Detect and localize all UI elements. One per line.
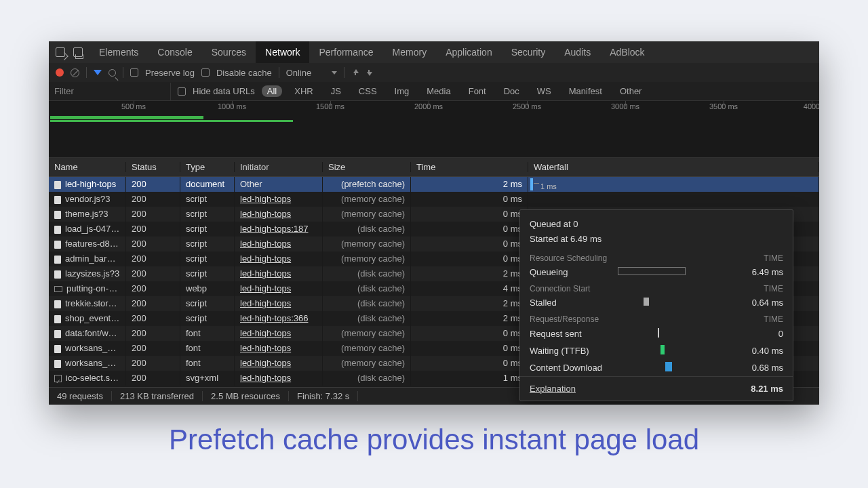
request-status: 200 — [126, 296, 180, 311]
initiator-link[interactable]: led-high-tops — [240, 373, 291, 383]
timing-row-value: 6.49 ms — [736, 267, 783, 277]
disable-cache-label: Disable cache — [216, 68, 272, 78]
request-name: trekkie.store… — [65, 298, 122, 308]
request-name: features-d8f… — [65, 239, 121, 249]
request-size: (disk cache) — [323, 371, 411, 386]
timing-time-header: TIME — [764, 314, 783, 324]
request-name: putting-on-y… — [66, 283, 122, 293]
waterfall-bar — [530, 178, 533, 190]
request-time: 0 ms — [411, 251, 528, 266]
initiator-link[interactable]: led-high-tops:366 — [240, 313, 308, 323]
inspect-element-icon[interactable] — [56, 47, 65, 57]
col-name[interactable]: Name — [49, 162, 126, 172]
request-name: worksans_n… — [65, 358, 121, 368]
request-status: 200 — [126, 237, 180, 251]
throttling-dropdown[interactable]: Online — [286, 68, 338, 78]
col-initiator[interactable]: Initiator — [235, 162, 323, 172]
request-size: (memory cache) — [323, 326, 411, 341]
clear-button[interactable] — [71, 68, 79, 77]
request-row[interactable]: led-high-tops200documentOther(prefetch c… — [49, 177, 819, 192]
hide-data-urls-checkbox[interactable] — [178, 87, 186, 96]
timing-row-label: Waiting (TTFB) — [530, 346, 589, 356]
request-type: document — [180, 177, 235, 192]
initiator-link[interactable]: led-high-tops — [240, 194, 291, 204]
tab-application[interactable]: Application — [436, 41, 502, 63]
tab-adblock[interactable]: AdBlock — [600, 41, 654, 63]
chevron-down-icon — [332, 71, 337, 75]
timing-started: Started at 6.49 ms — [530, 232, 783, 247]
type-css[interactable]: CSS — [353, 85, 382, 97]
filter-icon[interactable] — [94, 70, 102, 75]
tab-network[interactable]: Network — [256, 41, 309, 63]
initiator-link[interactable]: led-high-tops — [240, 298, 291, 308]
col-status[interactable]: Status — [126, 162, 180, 172]
filter-input[interactable]: Filter — [49, 83, 171, 100]
devtools-window: Elements Console Sources Network Perform… — [49, 41, 819, 405]
export-har-icon[interactable] — [365, 69, 372, 76]
tab-memory[interactable]: Memory — [383, 41, 437, 63]
request-type: svg+xml — [180, 371, 235, 386]
type-all[interactable]: All — [262, 85, 282, 97]
timeline-tick: 500 ms — [121, 102, 146, 110]
col-type[interactable]: Type — [180, 162, 235, 172]
col-waterfall[interactable]: Waterfall — [528, 162, 819, 172]
initiator-link[interactable]: led-high-tops:187 — [240, 224, 308, 234]
initiator-link[interactable]: led-high-tops — [240, 328, 291, 338]
initiator-link[interactable]: led-high-tops — [240, 268, 291, 279]
type-media[interactable]: Media — [421, 85, 456, 97]
request-status: 200 — [126, 281, 180, 296]
col-time[interactable]: Time — [411, 162, 528, 172]
timeline-tick: 4000 — [804, 102, 819, 110]
type-xhr[interactable]: XHR — [289, 85, 318, 97]
separator — [279, 67, 279, 78]
request-row[interactable]: vendor.js?3200scriptled-high-tops(memory… — [49, 192, 819, 207]
type-ws[interactable]: WS — [532, 85, 557, 97]
timing-popover: Queued at 0 Started at 6.49 ms Resource … — [519, 209, 793, 401]
timing-row-value: 0.68 ms — [736, 363, 783, 373]
type-other[interactable]: Other — [614, 85, 648, 97]
initiator-link[interactable]: led-high-tops — [240, 343, 291, 353]
request-type: script — [180, 311, 235, 326]
tab-performance[interactable]: Performance — [309, 41, 382, 63]
initiator-link[interactable]: led-high-tops — [240, 209, 291, 219]
request-waterfall: 1 ms — [528, 177, 819, 192]
type-img[interactable]: Img — [389, 85, 415, 97]
initiator-link[interactable]: led-high-tops — [240, 239, 291, 249]
import-har-icon[interactable] — [351, 69, 358, 76]
type-doc[interactable]: Doc — [498, 85, 525, 97]
tab-sources[interactable]: Sources — [202, 41, 256, 63]
file-icon — [54, 270, 61, 279]
timeline-overview[interactable]: 500 ms1000 ms1500 ms2000 ms2500 ms3000 m… — [49, 100, 819, 158]
timing-time-header: TIME — [764, 284, 783, 293]
request-time: 2 ms — [411, 177, 528, 192]
request-status: 200 — [126, 311, 180, 326]
status-transferred: 213 KB transferred — [112, 391, 203, 401]
device-toolbar-icon[interactable] — [73, 47, 83, 57]
disable-cache-checkbox[interactable] — [201, 68, 210, 77]
request-name: lazysizes.js?3 — [65, 268, 119, 279]
type-manifest[interactable]: Manifest — [564, 85, 608, 97]
search-icon[interactable] — [108, 69, 116, 77]
request-name: admin_bar_i… — [65, 253, 123, 264]
record-button[interactable] — [56, 68, 64, 77]
file-icon — [54, 196, 61, 204]
explanation-link[interactable]: Explanation — [530, 384, 576, 394]
status-resources: 2.5 MB resources — [203, 391, 289, 401]
type-js[interactable]: JS — [326, 85, 347, 97]
initiator-link[interactable]: led-high-tops — [240, 253, 291, 264]
tab-elements[interactable]: Elements — [90, 41, 148, 63]
request-status: 200 — [126, 341, 180, 356]
file-icon — [54, 315, 61, 323]
preserve-log-checkbox[interactable] — [130, 68, 138, 77]
type-font[interactable]: Font — [463, 85, 492, 97]
initiator-link[interactable]: led-high-tops — [240, 358, 291, 368]
tab-security[interactable]: Security — [502, 41, 555, 63]
col-size[interactable]: Size — [323, 162, 411, 172]
tab-audits[interactable]: Audits — [555, 41, 600, 63]
file-icon — [54, 360, 61, 368]
initiator-link[interactable]: led-high-tops — [240, 283, 291, 293]
tab-console[interactable]: Console — [148, 41, 201, 63]
file-icon — [54, 241, 61, 249]
request-status: 200 — [126, 192, 180, 207]
request-sent-bar-icon — [658, 328, 659, 338]
